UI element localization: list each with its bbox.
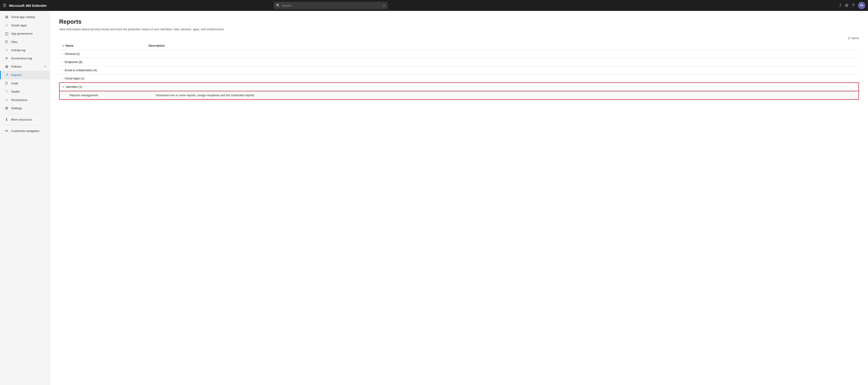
sidebar-item-settings[interactable]: ⚙ Settings <box>0 104 50 112</box>
sidebar-item-health[interactable]: ♡ Health <box>0 87 50 96</box>
topbar: ☰ Microsoft 365 Defender 🔍 ✕ ⤴ ⚙ ? TA <box>0 0 868 11</box>
sidebar-divider-2 <box>4 125 46 125</box>
child-description-reports-management: Download one or more reports, assign rec… <box>146 91 859 99</box>
sidebar-item-cloud-app-catalog[interactable]: ⊞ Cloud app catalog <box>0 13 50 21</box>
sidebar-label-reports: Reports <box>11 73 22 77</box>
sidebar-top: ⊞ Cloud app catalog ○ OAuth apps ◫ App g… <box>0 11 50 137</box>
group-label-email-collaboration: Email & collaboration (4) <box>65 68 97 72</box>
table-header: ∨ Name Description <box>59 42 859 50</box>
group-label-cloud-apps: Cloud Apps (1) <box>65 77 84 80</box>
close-icon[interactable]: ✕ <box>383 4 385 7</box>
group-row-identities[interactable]: ∨ Identities (1) <box>59 83 859 91</box>
group-row-endpoints[interactable]: › Endpoints (8) <box>59 58 859 66</box>
sidebar-item-customize-navigation[interactable]: ✏ Customize navigation <box>0 127 50 135</box>
more-resources-icon: ℹ <box>4 117 9 122</box>
sort-icon: ∨ <box>62 45 65 47</box>
chevron-right-icon: › <box>62 53 63 55</box>
group-row-cloud-apps[interactable]: › Cloud Apps (1) <box>59 75 859 83</box>
sidebar-item-more-resources[interactable]: ℹ More resources <box>0 115 50 124</box>
search-input[interactable] <box>282 4 381 7</box>
items-count: 17 items <box>59 36 859 40</box>
sidebar-label-health: Health <box>11 90 20 93</box>
sidebar-item-activity-log[interactable]: ○ Activity log <box>0 46 50 54</box>
policies-icon: ⊞ <box>4 64 9 69</box>
sidebar-item-audit[interactable]: 🗋 Audit <box>0 79 50 87</box>
sidebar-item-permissions[interactable]: ○ Permissions <box>0 96 50 104</box>
sidebar-label-audit: Audit <box>11 82 18 85</box>
column-header-description: Description <box>146 42 859 50</box>
sidebar-label-files: Files <box>11 40 17 44</box>
page-subtitle: View information about security trends a… <box>59 28 859 31</box>
customize-navigation-icon: ✏ <box>4 129 9 133</box>
group-row-email-collaboration[interactable]: › Email & collaboration (4) <box>59 66 859 75</box>
oauth-icon: ○ <box>4 23 9 27</box>
group-label-endpoints: Endpoints (8) <box>65 60 82 64</box>
group-label-identities: Identities (1) <box>66 85 82 89</box>
sidebar-label-settings: Settings <box>11 107 22 110</box>
files-icon: 🗋 <box>4 40 9 44</box>
app-governance-icon: ◫ <box>4 31 9 36</box>
activity-log-icon: ○ <box>4 48 9 52</box>
topbar-left: ☰ Microsoft 365 Defender <box>3 3 47 8</box>
sidebar-label-activity-log: Activity log <box>11 49 25 52</box>
sidebar-label-permissions: Permissions <box>11 98 27 102</box>
sidebar-item-policies[interactable]: ⊞ Policies ∨ <box>0 62 50 71</box>
audit-icon: 🗋 <box>4 81 9 85</box>
child-label-reports-management: Reports management <box>59 91 146 99</box>
sidebar-divider <box>4 114 46 114</box>
search-box[interactable]: 🔍 ✕ <box>274 2 388 9</box>
hamburger-icon[interactable]: ☰ <box>3 3 6 8</box>
main-content: Reports View information about security … <box>50 11 868 385</box>
governance-log-icon: ≡ <box>4 56 9 60</box>
settings-icon[interactable]: ⚙ <box>845 3 848 8</box>
sidebar-item-files[interactable]: 🗋 Files <box>0 38 50 46</box>
share-icon[interactable]: ⤴ <box>839 3 841 8</box>
health-icon: ♡ <box>4 89 9 94</box>
reports-icon: ↗ <box>4 73 9 77</box>
sidebar-label-oauth-apps: OAuth apps <box>11 24 27 27</box>
sidebar-item-oauth-apps[interactable]: ○ OAuth apps <box>0 21 50 29</box>
group-label-general: General (2) <box>65 52 80 56</box>
chevron-right-icon: › <box>62 61 63 63</box>
search-icon: 🔍 <box>276 4 280 7</box>
chevron-right-icon: › <box>62 69 63 72</box>
sidebar-item-app-governance[interactable]: ◫ App governance <box>0 29 50 38</box>
sidebar-label-app-governance: App governance <box>11 32 33 35</box>
sidebar-item-reports[interactable]: ↗ Reports <box>0 71 50 79</box>
table-row-reports-management[interactable]: Reports management Download one or more … <box>59 91 859 99</box>
app-title: Microsoft 365 Defender <box>9 4 47 7</box>
chevron-down-icon: ∨ <box>62 85 64 88</box>
sidebar-label-customize-navigation: Customize navigation <box>11 129 39 132</box>
sidebar-label-more-resources: More resources <box>11 118 32 121</box>
group-row-general[interactable]: › General (2) <box>59 50 859 58</box>
help-icon[interactable]: ? <box>852 3 854 8</box>
chevron-right-icon: › <box>62 77 63 80</box>
sidebar-label-cloud-app-catalog: Cloud app catalog <box>11 15 35 19</box>
main-layout: ⊞ Cloud app catalog ○ OAuth apps ◫ App g… <box>0 11 868 385</box>
column-header-name[interactable]: ∨ Name <box>59 42 146 50</box>
permissions-icon: ○ <box>4 98 9 102</box>
page-title: Reports <box>59 18 859 25</box>
grid-icon: ⊞ <box>4 15 9 19</box>
topbar-right: ⤴ ⚙ ? TA <box>839 2 865 9</box>
sidebar-label-governance-log: Governance log <box>11 57 32 60</box>
settings-nav-icon: ⚙ <box>4 106 9 110</box>
policies-chevron-icon: ∨ <box>44 65 46 68</box>
sidebar-item-governance-log[interactable]: ≡ Governance log <box>0 54 50 62</box>
user-avatar[interactable]: TA <box>858 2 865 9</box>
reports-table: ∨ Name Description › General (2) <box>59 42 859 100</box>
sidebar: ⊞ Cloud app catalog ○ OAuth apps ◫ App g… <box>0 11 50 385</box>
sidebar-label-policies: Policies <box>11 65 21 68</box>
table-body: › General (2) › Endpoints (8) <box>59 50 859 100</box>
